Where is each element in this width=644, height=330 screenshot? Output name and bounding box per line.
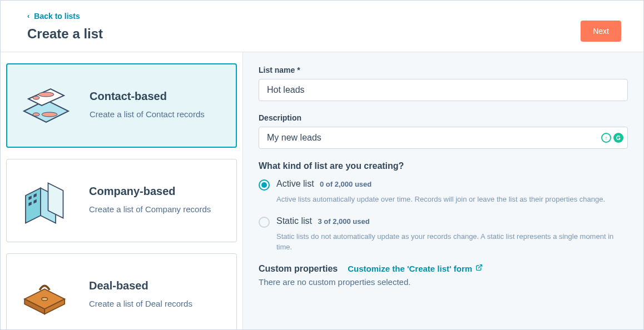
list-type-desc: Create a list of Company records	[89, 203, 211, 216]
radio-active-label: Active list	[276, 179, 314, 188]
list-type-contact[interactable]: Contact-based Create a list of Contact r…	[6, 63, 237, 148]
page-header: ‹ Back to lists Create a list Next	[1, 1, 643, 52]
company-list-icon	[18, 173, 73, 228]
list-type-desc: Create a list of Deal records	[89, 298, 192, 311]
page-title: Create a list	[27, 26, 103, 42]
svg-point-4	[33, 113, 39, 116]
external-link-icon	[475, 264, 483, 273]
list-type-title: Company-based	[89, 185, 211, 198]
chevron-left-icon: ‹	[27, 12, 29, 20]
list-name-input[interactable]	[259, 79, 628, 101]
deal-list-icon	[18, 267, 73, 323]
svg-point-16	[42, 298, 48, 301]
list-name-label: List name *	[259, 66, 628, 74]
next-button[interactable]: Next	[581, 21, 621, 42]
contact-list-icon	[18, 78, 74, 133]
no-custom-properties-text: There are no custom properties selected.	[259, 277, 628, 287]
list-type-desc: Create a list of Contact records	[90, 108, 205, 121]
description-label: Description	[259, 113, 628, 122]
radio-static-list[interactable]	[259, 217, 270, 228]
radio-static-desc: Static lists do not automatically update…	[276, 231, 628, 253]
grammarly-arrow-icon[interactable]: ↑	[601, 133, 611, 143]
grammarly-widget: ↑ G	[601, 133, 623, 143]
svg-point-5	[42, 112, 57, 117]
radio-active-desc: Active lists automatically update over t…	[276, 194, 628, 205]
custom-properties-heading: Custom properties	[259, 264, 338, 274]
svg-line-17	[479, 265, 482, 268]
back-to-lists-link[interactable]: ‹ Back to lists	[27, 12, 80, 21]
grammarly-g-icon[interactable]: G	[613, 133, 623, 143]
radio-static-label: Static list	[276, 216, 312, 226]
customize-form-label: Customize the 'Create list' form	[348, 264, 472, 273]
customize-form-link[interactable]: Customize the 'Create list' form	[348, 264, 483, 273]
list-type-title: Deal-based	[89, 279, 192, 292]
svg-point-3	[38, 92, 54, 97]
list-type-deal[interactable]: Deal-based Create a list of Deal records	[6, 253, 237, 329]
radio-active-list[interactable]	[259, 179, 270, 191]
list-type-company[interactable]: Company-based Create a list of Company r…	[6, 159, 237, 242]
radio-active-usage: 0 of 2,000 used	[320, 180, 371, 188]
list-form-pane: List name * Description ↑ G What kind of…	[243, 52, 643, 329]
radio-static-usage: 3 of 2,000 used	[318, 217, 369, 226]
svg-marker-6	[26, 188, 41, 223]
description-input[interactable]	[259, 127, 628, 149]
list-kind-heading: What kind of list are you creating?	[259, 161, 628, 171]
list-type-pane: Contact-based Create a list of Contact r…	[1, 52, 243, 329]
svg-point-2	[33, 96, 39, 99]
back-link-label: Back to lists	[34, 12, 80, 21]
list-type-title: Contact-based	[90, 90, 205, 103]
